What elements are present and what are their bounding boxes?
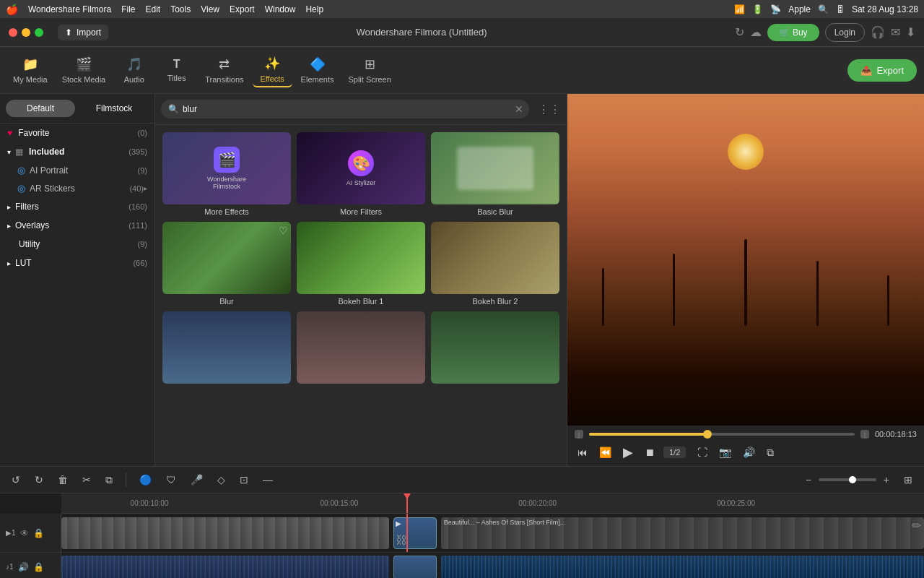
marker-button[interactable]: 🛡 [162, 471, 180, 488]
cut-button[interactable]: ✂ [78, 471, 95, 488]
lut-chevron-icon: ▸ [7, 259, 11, 267]
toolbar-effects[interactable]: ✨ Effects [253, 53, 292, 87]
buy-button[interactable]: 🛒 Buy [767, 24, 819, 41]
effects-options-button[interactable]: ⋮⋮ [538, 103, 561, 116]
menu-tools[interactable]: Tools [170, 4, 191, 14]
effects-icon: ✨ [264, 56, 280, 72]
sidebar-item-overlays[interactable]: ▸ Overlays (111) [0, 216, 154, 235]
preview-trim-start[interactable]: [ [575, 430, 583, 439]
effects-grid: 🎬 WondershareFilmstock More Effects 🎨 AI… [155, 125, 567, 394]
menu-edit[interactable]: Edit [146, 4, 161, 14]
sidebar-item-included[interactable]: ▾ ▦ Included (395) [0, 142, 154, 161]
video-track-num: ▶1 [6, 529, 16, 537]
toolbar-my-media[interactable]: 📁 My Media [7, 53, 53, 87]
zoom-in-button[interactable]: + [879, 471, 894, 488]
menu-help[interactable]: Help [305, 4, 323, 14]
minimize-button[interactable] [22, 28, 30, 37]
effect-ai-stylizer[interactable]: 🎨 AI Stylizer More Filters [297, 132, 425, 216]
preview-playhead-thumb[interactable] [703, 430, 712, 439]
video-clip-1[interactable] [61, 517, 389, 549]
menu-window[interactable]: Window [265, 4, 296, 14]
video-clip-2[interactable]: Beautiful... – Ashes Of Stars [Short Fil… [441, 517, 924, 549]
audio-volume-icon[interactable]: 🔊 [18, 562, 29, 572]
effect-blur4[interactable] [297, 311, 425, 387]
menu-file[interactable]: File [121, 4, 135, 14]
copy-button[interactable]: ⧉ [101, 471, 117, 489]
toolbar-audio[interactable]: 🎵 Audio [114, 53, 154, 87]
audio-button[interactable]: 🎤 [186, 471, 207, 488]
export-button[interactable]: 📤 Export [847, 59, 917, 82]
sidebar-tab-filmstock[interactable]: Filmstock [79, 100, 149, 117]
audio-lock-icon[interactable]: 🔒 [33, 562, 44, 572]
close-button[interactable] [9, 28, 17, 37]
minus-zoom-button[interactable]: — [258, 471, 277, 488]
audio-clip-1[interactable] [61, 556, 389, 578]
preview-fullscreen-button[interactable]: ⛶ [694, 445, 710, 460]
import-button[interactable]: ⬆ Import [58, 25, 108, 40]
delete-button[interactable]: 🗑 [53, 471, 72, 488]
keyframe-button[interactable]: ◇ [213, 471, 230, 488]
preview-progress-track[interactable] [589, 433, 855, 436]
menubar-apple-account[interactable]: Apple [788, 4, 811, 14]
preview-resolution-fraction[interactable]: 1/2 [663, 447, 686, 458]
effect-basic-blur[interactable]: Basic Blur [431, 132, 559, 216]
sidebar-item-favorite[interactable]: ♥ Favorite (0) [0, 124, 154, 142]
app-name[interactable]: Wondershare Filmora [28, 4, 111, 14]
menu-view[interactable]: View [201, 4, 219, 14]
preview-screenshot-button[interactable]: 📷 [716, 445, 734, 460]
maximize-button[interactable] [35, 28, 43, 37]
sidebar-item-utility[interactable]: Utility (9) [0, 235, 154, 254]
sidebar-item-ar-stickers[interactable]: ◎ AR Stickers (40) ▸ [0, 179, 154, 197]
sidebar-item-filters[interactable]: ▸ Filters (160) [0, 197, 154, 216]
preview-volume-button[interactable]: 🔊 [740, 445, 758, 460]
undo-button[interactable]: ↺ [7, 471, 25, 488]
menu-export[interactable]: Export [230, 4, 255, 14]
effect-bokeh-blur-2[interactable]: Bokeh Blur 2 [431, 222, 559, 306]
menubar-control-center-icon[interactable]: 🎛 [836, 4, 845, 14]
effect-blur3[interactable] [162, 311, 291, 387]
playhead-ruler [406, 493, 408, 513]
video-clip-selected[interactable]: ▶ ⛓ [393, 517, 437, 549]
magnet-button[interactable]: 🔵 [135, 471, 156, 488]
toolbar-transitions[interactable]: ⇄ Transitions [199, 53, 249, 87]
toolbar-stock-media[interactable]: 🎬 Stock Media [56, 53, 112, 87]
audio-clip-2[interactable] [441, 556, 924, 578]
preview-timecode: 00:00:18:13 [875, 430, 917, 439]
preview-stop-button[interactable]: ⏹ [642, 445, 658, 460]
lock-icon[interactable]: 🔒 [33, 528, 44, 538]
heart-icon: ♥ [7, 128, 12, 138]
zoom-out-button[interactable]: − [801, 471, 816, 488]
timeline-marker-20: 00:00:20:00 [518, 499, 557, 507]
effect-bokeh-blur-1[interactable]: Bokeh Blur 1 [297, 222, 425, 306]
clip-play-icon: ▶ [396, 519, 401, 527]
eye-icon[interactable]: 👁 [20, 528, 29, 538]
effects-search-input[interactable] [161, 100, 529, 118]
apple-menu[interactable]: 🍎 [6, 4, 18, 15]
search-clear-button[interactable]: ✕ [515, 103, 523, 115]
fit-button[interactable]: ⊞ [899, 471, 917, 488]
split-button[interactable]: ⊡ [235, 471, 253, 488]
effect-blur5[interactable] [431, 311, 559, 387]
toolbar-split-screen[interactable]: ⊞ Split Screen [342, 53, 396, 87]
sidebar-item-ai-portrait[interactable]: ◎ AI Portrait (9) [0, 161, 154, 179]
sidebar-tab-default[interactable]: Default [6, 100, 75, 117]
preview-skip-back-button[interactable]: ⏮ [575, 445, 590, 460]
redo-button[interactable]: ↻ [30, 471, 48, 488]
effect-more-effects[interactable]: 🎬 WondershareFilmstock More Effects [162, 132, 291, 216]
preview-trim-end[interactable]: ] [860, 430, 869, 439]
preview-pip-button[interactable]: ⧉ [764, 445, 777, 460]
blur-favorite-icon[interactable]: ♡ [279, 225, 288, 236]
toolbar-titles[interactable]: T Titles [157, 55, 196, 85]
effect-blur[interactable]: ♡ Blur [162, 222, 291, 306]
menubar-search-icon[interactable]: 🔍 [818, 4, 829, 14]
titlebar-icon2: ☁ [750, 25, 762, 39]
audio-clip-selected[interactable] [393, 556, 437, 578]
preview-play-button[interactable]: ▶ [620, 443, 636, 462]
zoom-slider[interactable] [819, 478, 876, 481]
preview-step-back-button[interactable]: ⏪ [596, 445, 614, 460]
toolbar-elements[interactable]: 🔷 Elements [295, 53, 340, 87]
sidebar-item-lut[interactable]: ▸ LUT (66) [0, 254, 154, 272]
more-effects-label: More Effects [204, 207, 249, 216]
menubar-datetime[interactable]: Sat 28 Aug 13:28 [852, 4, 918, 14]
login-button[interactable]: Login [825, 23, 865, 42]
